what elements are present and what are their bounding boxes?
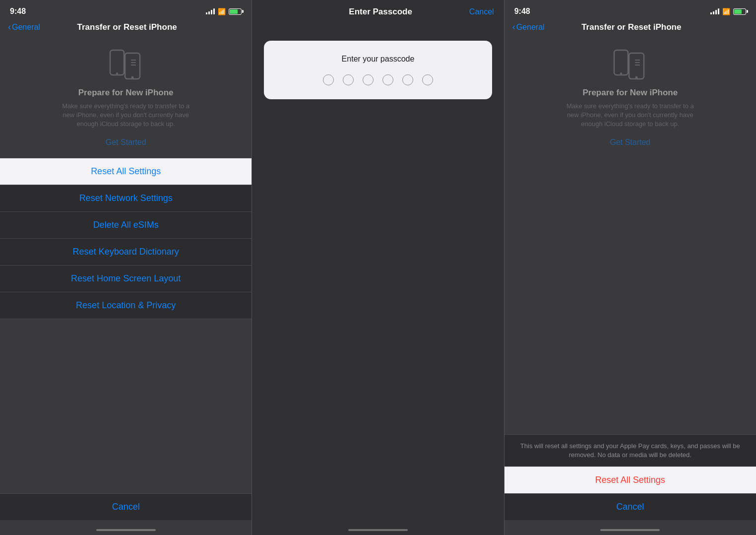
reset-location-privacy-item[interactable]: Reset Location & Privacy (0, 292, 252, 319)
delete-esims-item[interactable]: Delete All eSIMs (0, 212, 252, 239)
passcode-dot-4 (382, 74, 393, 85)
reset-all-settings-item[interactable]: Reset All Settings (0, 158, 252, 185)
svg-rect-7 (131, 62, 136, 63)
svg-rect-10 (615, 53, 627, 72)
reset-network-settings-item[interactable]: Reset Network Settings (0, 185, 252, 212)
svg-point-2 (116, 72, 118, 74)
nav-bar-right: ‹ General Transfer or Reset iPhone (504, 20, 756, 36)
passcode-topbar: Enter Passcode Cancel (252, 0, 504, 21)
signal-icon (206, 8, 215, 14)
status-bar-left: 9:48 📶 (0, 0, 252, 20)
signal-icon-right (710, 8, 719, 14)
battery-icon-right (733, 8, 746, 15)
battery-icon (229, 8, 242, 15)
time-right: 9:48 (514, 7, 530, 16)
get-started-right[interactable]: Get Started (610, 135, 650, 150)
svg-rect-1 (111, 53, 123, 72)
confirm-reset-button[interactable]: Reset All Settings (504, 467, 756, 493)
confirm-dialog-inner: This will reset all settings and your Ap… (504, 434, 756, 520)
prepare-desc-left: Make sure everything's ready to transfer… (57, 102, 195, 129)
reset-keyboard-item[interactable]: Reset Keyboard Dictionary (0, 239, 252, 266)
right-panel: 9:48 📶 ‹ General Transfer or Reset iPhon… (504, 0, 756, 535)
svg-point-14 (635, 76, 638, 79)
passcode-dot-5 (402, 74, 413, 85)
passcode-dot-2 (343, 74, 354, 85)
wifi-icon-right: 📶 (722, 8, 730, 15)
svg-point-11 (620, 72, 622, 74)
svg-rect-17 (635, 65, 640, 66)
prepare-title-left: Prepare for New iPhone (78, 88, 174, 98)
passcode-topbar-title: Enter Passcode (349, 7, 412, 17)
get-started-left[interactable]: Get Started (106, 135, 146, 150)
confirm-description: This will reset all settings and your Ap… (504, 435, 756, 467)
svg-rect-6 (131, 60, 136, 61)
nav-title-left: Transfer or Reset iPhone (10, 22, 244, 32)
prepare-section-right: Prepare for New iPhone Make sure everyth… (504, 36, 756, 158)
passcode-dot-3 (363, 74, 374, 85)
delete-esims-label: Delete All eSIMs (93, 220, 159, 230)
svg-rect-15 (635, 60, 640, 61)
status-bar-right: 9:48 📶 (504, 0, 756, 20)
nav-bar-left: ‹ General Transfer or Reset iPhone (0, 20, 252, 36)
left-panel: 9:48 📶 ‹ General Transfer or Reset iPhon… (0, 0, 252, 535)
passcode-prompt: Enter your passcode (342, 55, 415, 64)
passcode-overlay: Enter Passcode Cancel Enter your passcod… (252, 0, 504, 535)
battery-fill (230, 9, 237, 14)
svg-rect-8 (131, 65, 136, 66)
nav-title-right: Transfer or Reset iPhone (515, 22, 748, 32)
prepare-title-right: Prepare for New iPhone (582, 88, 678, 98)
confirm-cancel-button[interactable]: Cancel (504, 493, 756, 520)
confirm-dialog-right: This will reset all settings and your Ap… (504, 434, 756, 520)
reset-location-privacy-label: Reset Location & Privacy (76, 300, 176, 310)
svg-rect-16 (635, 62, 640, 63)
prepare-desc-right: Make sure everything's ready to transfer… (561, 102, 699, 129)
phones-icon-left (106, 46, 146, 81)
content-left: Prepare for New iPhone Make sure everyth… (0, 36, 252, 535)
passcode-dot-1 (323, 74, 334, 85)
status-icons-left: 📶 (206, 8, 242, 15)
cancel-button-left[interactable]: Cancel (0, 493, 252, 520)
passcode-dots-row (323, 74, 433, 85)
phones-icon-right (610, 46, 650, 81)
middle-panel: 9:48 📶 Enter Passcode Cancel (252, 0, 504, 535)
time-left: 9:48 (10, 7, 26, 16)
reset-home-screen-label: Reset Home Screen Layout (71, 273, 181, 283)
reset-keyboard-label: Reset Keyboard Dictionary (73, 247, 179, 257)
cancel-container-left: Cancel (0, 493, 252, 520)
reset-network-settings-label: Reset Network Settings (79, 193, 173, 203)
prepare-section-left: Prepare for New iPhone Make sure everyth… (0, 36, 252, 158)
reset-all-settings-label: Reset All Settings (91, 166, 161, 176)
reset-home-screen-item[interactable]: Reset Home Screen Layout (0, 266, 252, 292)
home-indicator-right (600, 529, 660, 531)
passcode-card: Enter your passcode (264, 41, 492, 99)
wifi-icon: 📶 (218, 8, 226, 15)
home-indicator-left (96, 529, 156, 531)
home-indicator-mid (348, 529, 408, 531)
status-icons-right: 📶 (710, 8, 746, 15)
passcode-dot-6 (422, 74, 433, 85)
svg-point-5 (131, 76, 133, 79)
passcode-cancel-button[interactable]: Cancel (469, 7, 494, 16)
reset-list-left: Reset All Settings Reset Network Setting… (0, 158, 252, 319)
